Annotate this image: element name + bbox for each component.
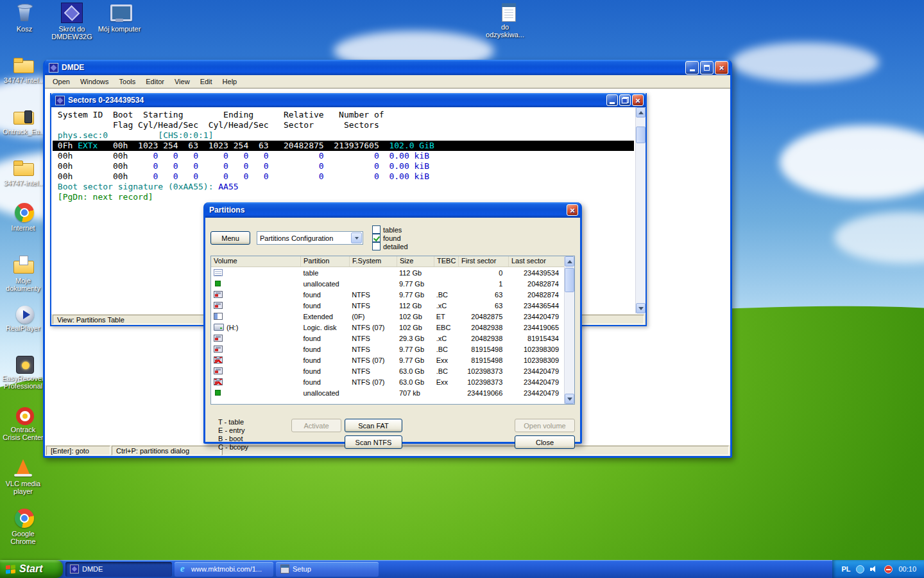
partition-row-extended[interactable]: Extended(0F)102 GbET20482875234420479	[211, 311, 564, 322]
partition-row-found[interactable]: foundNTFS29.3 Gb.xC2048293881915434	[211, 333, 564, 344]
close-button[interactable]: ×	[715, 61, 728, 74]
fsystem-cell: (0F)	[349, 313, 397, 320]
column-header-last-sector[interactable]: Last sector	[509, 256, 565, 267]
desktop-icon-ontrack-ea[interactable]: Ontrack_Ea..	[1, 105, 45, 136]
sectors-vertical-scrollbar[interactable]	[635, 107, 646, 313]
partition-row-unallocated[interactable]: unallocated707 kb234419066234420479	[211, 387, 564, 398]
desktop-icon-34747-intel[interactable]: 34747-intel..	[1, 157, 45, 187]
desktop-icon-vlc-media-player[interactable]: VLC media player	[1, 457, 45, 495]
checkbox-tables[interactable]: tables	[372, 225, 408, 234]
column-header-tebc[interactable]: TEBC	[434, 256, 459, 267]
task-button-dmde[interactable]: DMDE	[65, 562, 172, 577]
partition-row-found[interactable]: foundNTFS (07)9.77 GbExx8191549810239830…	[211, 355, 564, 365]
messenger-tray-icon[interactable]	[856, 565, 864, 574]
boot-signature-row[interactable]: Boot sector signature (0xAA55): AA55	[53, 182, 634, 192]
dmde-shortcut-icon	[61, 3, 83, 23]
checkbox-found[interactable]: found	[372, 234, 408, 242]
desktop-icon-label: Mój komputer	[98, 25, 141, 33]
menu-item-open[interactable]: Open	[47, 76, 75, 87]
minimize-button[interactable]	[606, 94, 618, 106]
scrollbar-thumb[interactable]	[636, 127, 646, 143]
menu-item-help[interactable]: Help	[218, 76, 243, 87]
dmde-titlebar[interactable]: DMDE ×	[45, 60, 730, 75]
menu-item-tools[interactable]: Tools	[114, 76, 141, 87]
partition-row-found[interactable]: foundNTFS9.77 Gb.BC81915498102398309	[211, 344, 564, 355]
close-button[interactable]: Close	[515, 435, 575, 449]
partition-row-found[interactable]: foundNTFS (07)63.0 GbExx1023983732344204…	[211, 376, 564, 387]
size-cell: 9.77 Gb	[397, 356, 434, 364]
close-button[interactable]: ×	[632, 94, 644, 106]
menu-item-windows[interactable]: Windows	[75, 76, 114, 87]
checkbox-box-icon[interactable]	[372, 225, 381, 234]
desktop-icon-ontrack-crisis-center[interactable]: Ontrack Crisis Center	[1, 406, 45, 441]
menu-item-view[interactable]: View	[169, 76, 195, 87]
sectors-header-line-1[interactable]: System ID Boot Starting Ending Relative …	[53, 110, 634, 120]
desktop: KoszSkrót do DMDEW32GMój komputerdo odzy…	[0, 0, 924, 578]
desktop-icon-google-chrome[interactable]: Google Chrome	[1, 509, 45, 545]
tebc-cell: Exx	[434, 356, 458, 364]
desktop-icon-easyrecover-professional[interactable]: EasyRecover Professional	[1, 355, 45, 390]
checkbox-detailed[interactable]: detailed	[372, 242, 408, 250]
partition-entry-row[interactable]: 00h 00h 0 0 0 0 0 0 0 0 0.00 kiB	[53, 171, 634, 182]
partition-row-logic-disk[interactable]: (H:)Logic. diskNTFS (07)102 GbEBC2048293…	[211, 322, 564, 333]
minimize-button[interactable]	[685, 61, 699, 74]
sector-table[interactable]: System ID Boot Starting Ending Relative …	[53, 110, 634, 202]
phys-sector-row[interactable]: phys.sec:0 [CHS:0:0:1]	[53, 130, 634, 141]
column-header-size[interactable]: Size	[397, 256, 434, 267]
language-indicator[interactable]: PL	[841, 565, 850, 573]
status-hint-partitions: Ctrl+P: partitions dialog	[112, 446, 221, 455]
column-header-first-sector[interactable]: First sector	[459, 256, 509, 267]
configuration-select[interactable]: Partitions Configuration	[257, 231, 363, 245]
scroll-up-icon[interactable]	[636, 107, 646, 118]
desktop-icon-moje-dokumenty[interactable]: Moje dokumenty	[1, 254, 45, 292]
checkbox-box-icon[interactable]	[372, 242, 381, 250]
scan-fat-button[interactable]: Scan FAT	[345, 419, 402, 432]
desktop-icon-realplayer[interactable]: RealPlayer	[1, 304, 45, 332]
desktop-icon-internet[interactable]: Internet	[1, 203, 45, 232]
found-volume-icon	[214, 367, 223, 374]
start-button[interactable]: Start	[0, 560, 63, 578]
column-header-volume[interactable]: Volume	[211, 256, 301, 267]
column-header-partition[interactable]: Partition	[301, 256, 350, 267]
sectors-titlebar[interactable]: Sectors 0-234439534 ×	[51, 93, 646, 107]
desktop-icon-skrót-do-dmdew32g[interactable]: Skrót do DMDEW32G	[50, 3, 94, 40]
menu-item-edit[interactable]: Edit	[195, 76, 218, 87]
partitions-vertical-scrollbar[interactable]	[564, 256, 574, 404]
volume-cell	[211, 281, 300, 286]
pgdn-hint-row[interactable]: [PgDn: next record]	[53, 192, 634, 202]
partition-row-table[interactable]: table112 Gb0234439534	[211, 267, 564, 278]
menu-item-editor[interactable]: Editor	[141, 76, 169, 87]
maximize-button[interactable]	[700, 61, 714, 74]
desktop-icon-do-odzyskiwa[interactable]: do odzyskiwa...	[483, 3, 527, 39]
chevron-down-icon[interactable]	[351, 232, 362, 243]
first-sector-cell: 102398373	[458, 367, 508, 375]
partition-entry-row[interactable]: 00h 00h 0 0 0 0 0 0 0 0 0.00 kiB	[53, 151, 634, 161]
security-alert-icon[interactable]	[884, 565, 893, 574]
sectors-header-line-2[interactable]: Flag Cyl/Head/Sec Cyl/Head/Sec Sector Se…	[53, 120, 634, 130]
menu-button[interactable]: Menu	[210, 231, 250, 245]
partition-row-found[interactable]: foundNTFS112 Gb.xC63234436544	[211, 300, 564, 311]
desktop-icon-34747-intel[interactable]: 34747-intel..	[1, 54, 45, 84]
partition-row-unallocated[interactable]: unallocated9.77 Gb120482874	[211, 278, 564, 289]
scroll-down-icon[interactable]	[565, 394, 574, 404]
desktop-icon-mój-komputer[interactable]: Mój komputer	[98, 3, 141, 33]
partition-row-found[interactable]: foundNTFS63.0 Gb.BC102398373234420479	[211, 365, 564, 376]
scrollbar-thumb[interactable]	[565, 268, 574, 292]
checkbox-box-icon[interactable]	[372, 234, 381, 242]
restore-button[interactable]	[619, 94, 631, 106]
partition-row-found[interactable]: foundNTFS9.77 Gb.BC6320482874	[211, 289, 564, 300]
partition-entry-row-selected[interactable]: 0Fh EXTx 00h 1023 254 63 1023 254 63 204…	[53, 141, 634, 151]
scroll-down-icon[interactable]	[636, 303, 646, 313]
task-button-setup[interactable]: Setup	[276, 562, 379, 577]
volume-cell: (H:)	[211, 324, 300, 331]
taskbar-clock: 00:10	[898, 565, 916, 573]
scroll-up-icon[interactable]	[565, 256, 574, 267]
volume-icon[interactable]	[870, 565, 878, 574]
task-button-www-mktmobi-com-1[interactable]: www.mktmobi.com/1...	[175, 562, 273, 577]
partitions-titlebar[interactable]: Partitions ×	[205, 202, 580, 218]
close-icon[interactable]: ×	[567, 204, 578, 216]
scan-ntfs-button[interactable]: Scan NTFS	[345, 435, 402, 449]
desktop-icon-kosz[interactable]: Kosz	[3, 3, 46, 33]
partition-entry-row[interactable]: 00h 00h 0 0 0 0 0 0 0 0 0.00 kiB	[53, 161, 634, 171]
column-header-f-system[interactable]: F.System	[350, 256, 397, 267]
